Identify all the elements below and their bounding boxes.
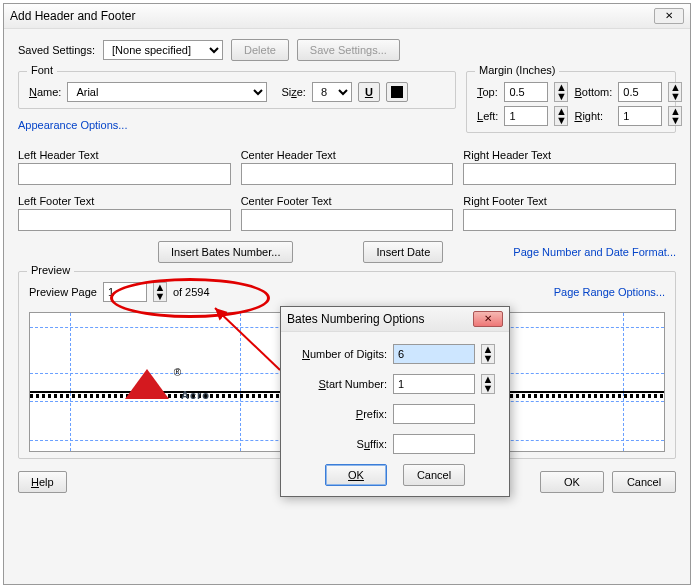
font-size-label: Size: — [281, 86, 305, 98]
margin-top-label: Top: — [477, 86, 498, 98]
modal-title: Bates Numbering Options — [287, 312, 424, 326]
start-label: Start Number: — [295, 378, 387, 390]
suffix-input[interactable] — [393, 434, 475, 454]
modal-ok-button[interactable]: OK — [325, 464, 387, 486]
underline-button[interactable]: U — [358, 82, 380, 102]
digits-input[interactable] — [393, 344, 475, 364]
header-text-grid: Left Header Text Center Header Text Righ… — [18, 149, 676, 231]
center-footer-label: Center Footer Text — [241, 195, 454, 207]
margin-right-label: Right: — [574, 110, 612, 122]
font-name-select[interactable]: Arial — [67, 82, 267, 102]
font-name-label: Name: — [29, 86, 61, 98]
preview-group-title: Preview — [27, 264, 74, 276]
prefix-label: Prefix: — [295, 408, 387, 420]
saved-settings-select[interactable]: [None specified] — [103, 40, 223, 60]
right-header-input[interactable] — [463, 163, 676, 185]
spinner-icon[interactable]: ▲▼ — [481, 374, 495, 394]
left-header-input[interactable] — [18, 163, 231, 185]
adobe-logo-icon — [125, 369, 169, 399]
margin-bottom-label: Bottom: — [574, 86, 612, 98]
spinner-icon[interactable]: ▲▼ — [668, 82, 682, 102]
window-title: Add Header and Footer — [10, 9, 135, 23]
bates-modal: Bates Numbering Options ✕ Number of Digi… — [280, 306, 510, 497]
insert-bates-button[interactable]: Insert Bates Number... — [158, 241, 293, 263]
right-footer-input[interactable] — [463, 209, 676, 231]
appearance-options-link[interactable]: Appearance Options... — [18, 119, 456, 131]
modal-cancel-button[interactable]: Cancel — [403, 464, 465, 486]
spinner-icon[interactable]: ▲▼ — [481, 344, 495, 364]
preview-page-input[interactable] — [103, 282, 147, 302]
page-format-link[interactable]: Page Number and Date Format... — [513, 246, 676, 258]
spinner-icon[interactable]: ▲▼ — [668, 106, 682, 126]
center-header-input[interactable] — [241, 163, 454, 185]
margin-right-input[interactable] — [618, 106, 662, 126]
right-footer-label: Right Footer Text — [463, 195, 676, 207]
page-range-link[interactable]: Page Range Options... — [554, 286, 665, 298]
ok-button[interactable]: OK — [540, 471, 604, 493]
main-window: Add Header and Footer ✕ Saved Settings: … — [3, 3, 691, 585]
font-group-title: Font — [27, 64, 57, 76]
titlebar: Add Header and Footer ✕ — [4, 4, 690, 29]
suffix-label: Suffix: — [295, 438, 387, 450]
spinner-icon[interactable]: ▲▼ — [554, 82, 568, 102]
margin-left-input[interactable] — [504, 106, 548, 126]
start-input[interactable] — [393, 374, 475, 394]
delete-button[interactable]: Delete — [231, 39, 289, 61]
preview-of-label: of 2594 — [173, 286, 210, 298]
font-group: Font Name: Arial Size: 8 U — [18, 71, 456, 109]
cancel-button[interactable]: Cancel — [612, 471, 676, 493]
spinner-icon[interactable]: ▲▼ — [153, 282, 167, 302]
left-footer-input[interactable] — [18, 209, 231, 231]
margin-left-label: Left: — [477, 110, 498, 122]
preview-text: Acro — [181, 363, 210, 408]
insert-date-button[interactable]: Insert Date — [363, 241, 443, 263]
margin-top-input[interactable] — [504, 82, 548, 102]
center-footer-input[interactable] — [241, 209, 454, 231]
font-size-select[interactable]: 8 — [312, 82, 352, 102]
spinner-icon[interactable]: ▲▼ — [554, 106, 568, 126]
margin-bottom-input[interactable] — [618, 82, 662, 102]
margin-group-title: Margin (Inches) — [475, 64, 559, 76]
center-header-label: Center Header Text — [241, 149, 454, 161]
digits-label: Number of Digits: — [295, 348, 387, 360]
save-settings-button[interactable]: Save Settings... — [297, 39, 400, 61]
preview-page-label: Preview Page — [29, 286, 97, 298]
help-button[interactable]: Help — [18, 471, 67, 493]
saved-settings-label: Saved Settings: — [18, 44, 95, 56]
modal-close-icon[interactable]: ✕ — [473, 311, 503, 327]
close-icon[interactable]: ✕ — [654, 8, 684, 24]
margin-group: Margin (Inches) Top: ▲▼ Bottom: ▲▼ Left:… — [466, 71, 676, 133]
right-header-label: Right Header Text — [463, 149, 676, 161]
color-button[interactable] — [386, 82, 408, 102]
saved-settings-row: Saved Settings: [None specified] Delete … — [18, 39, 676, 61]
left-header-label: Left Header Text — [18, 149, 231, 161]
prefix-input[interactable] — [393, 404, 475, 424]
left-footer-label: Left Footer Text — [18, 195, 231, 207]
